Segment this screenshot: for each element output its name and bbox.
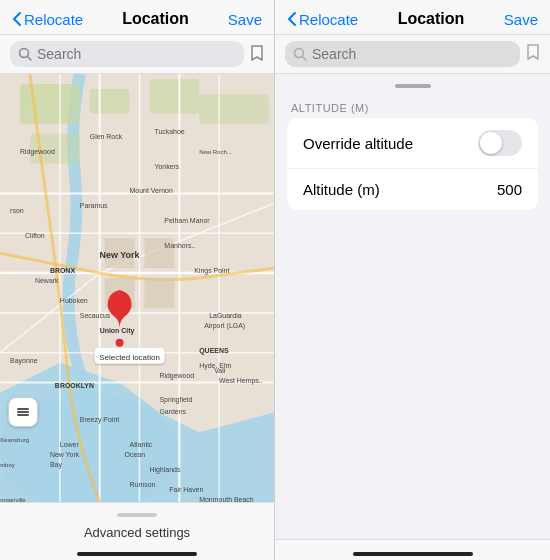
left-back-label: Relocate [24, 11, 83, 28]
svg-text:Hoboken: Hoboken [60, 297, 88, 304]
svg-text:Lower: Lower [60, 441, 80, 448]
left-search-input[interactable] [37, 46, 236, 62]
map-tools [8, 397, 38, 427]
svg-text:Bay: Bay [50, 461, 63, 469]
svg-text:West Hemps..: West Hemps.. [219, 377, 263, 385]
left-save-button[interactable]: Save [228, 11, 262, 28]
right-back-label: Relocate [299, 11, 358, 28]
bookmark-icon-right [526, 43, 540, 65]
right-nav-bar: Relocate Location Save [275, 0, 550, 35]
svg-rect-8 [199, 94, 269, 124]
svg-text:Gardens: Gardens [159, 408, 186, 415]
svg-text:BRONX: BRONX [50, 267, 75, 274]
right-nav-title: Location [398, 10, 465, 28]
altitude-value-row: Altitude (m) 500 [287, 169, 538, 210]
svg-text:Vali: Vali [214, 367, 226, 374]
svg-line-79 [303, 57, 307, 61]
map-svg: New York Newark Hoboken Ridgewood Glen R… [0, 74, 274, 502]
right-home-indicator [353, 552, 473, 556]
toggle-thumb [480, 132, 502, 154]
svg-rect-5 [20, 84, 80, 124]
left-search-inner [10, 41, 244, 67]
chevron-left-icon-right [287, 11, 297, 27]
left-nav-bar: Relocate Location Save [0, 0, 274, 35]
svg-text:Secaucus: Secaucus [80, 312, 111, 319]
svg-text:Union City: Union City [100, 327, 135, 335]
left-search-bar [0, 35, 274, 74]
svg-text:Mount Vernon: Mount Vernon [130, 187, 173, 194]
svg-text:Airport (LGA): Airport (LGA) [204, 322, 245, 330]
svg-text:rson: rson [10, 207, 24, 214]
override-altitude-row: Override altitude [287, 118, 538, 169]
right-bottom-bar [275, 539, 550, 560]
svg-text:Pelham Manor: Pelham Manor [164, 217, 210, 224]
svg-rect-75 [17, 408, 29, 410]
svg-point-72 [116, 339, 124, 347]
svg-text:Clifton: Clifton [25, 232, 45, 239]
search-icon-right [293, 47, 307, 61]
svg-text:Paramus: Paramus [80, 202, 108, 209]
svg-text:QUEENS: QUEENS [199, 347, 229, 355]
right-panel: Relocate Location Save ALTITUDE (M) [275, 0, 550, 560]
svg-text:BROOKLYN: BROOKLYN [55, 382, 94, 389]
svg-text:Keansburg: Keansburg [0, 437, 29, 443]
search-icon [18, 47, 32, 61]
right-search-inner [285, 41, 520, 67]
map-container[interactable]: New York Newark Hoboken Ridgewood Glen R… [0, 74, 274, 502]
advanced-settings-label[interactable]: Advanced settings [84, 525, 190, 540]
map-tool-button[interactable] [8, 397, 38, 427]
svg-text:New Roch...: New Roch... [199, 149, 232, 155]
svg-text:Ocean: Ocean [125, 451, 146, 458]
svg-text:Bayonne: Bayonne [10, 357, 38, 365]
left-back-button[interactable]: Relocate [12, 11, 83, 28]
altitude-value[interactable]: 500 [497, 181, 522, 198]
drag-handle-container [275, 74, 550, 94]
svg-rect-27 [144, 278, 174, 308]
altitude-section-header: ALTITUDE (M) [275, 94, 550, 118]
svg-text:Selected location: Selected location [99, 353, 160, 362]
svg-text:LaGuardia: LaGuardia [209, 312, 242, 319]
svg-text:Breezy Point: Breezy Point [80, 416, 119, 424]
svg-text:Tuckahoe: Tuckahoe [154, 128, 184, 135]
override-altitude-label: Override altitude [303, 135, 413, 152]
right-back-button[interactable]: Relocate [287, 11, 358, 28]
bookmark-icon [250, 44, 264, 65]
svg-rect-76 [17, 411, 29, 413]
layers-icon [16, 405, 30, 419]
right-search-input[interactable] [312, 46, 512, 62]
right-search-bar [275, 35, 550, 74]
svg-text:Ridgewood: Ridgewood [20, 148, 55, 156]
svg-text:Kings Point: Kings Point [194, 267, 229, 275]
svg-text:New York: New York [50, 451, 80, 458]
left-nav-title: Location [122, 10, 189, 28]
svg-text:mboy: mboy [0, 462, 15, 468]
svg-text:Springfield: Springfield [159, 396, 192, 404]
svg-text:Monmouth Beach: Monmouth Beach [199, 496, 254, 502]
svg-text:Rumson: Rumson [130, 481, 156, 488]
svg-text:Glen Rock: Glen Rock [90, 133, 123, 140]
bottom-drag-handle[interactable] [117, 513, 157, 517]
svg-text:Atlantic: Atlantic [130, 441, 153, 448]
svg-rect-77 [17, 414, 29, 416]
override-altitude-toggle[interactable] [478, 130, 522, 156]
svg-text:Highlands: Highlands [149, 466, 180, 474]
svg-text:organville: organville [0, 497, 26, 502]
left-bottom-bar: Advanced settings [0, 502, 274, 560]
altitude-settings-group: Override altitude Altitude (m) 500 [287, 118, 538, 210]
svg-text:Manhors..: Manhors.. [164, 242, 195, 249]
svg-rect-6 [90, 89, 130, 114]
svg-text:New York: New York [100, 250, 140, 260]
right-content: ALTITUDE (M) Override altitude Altitude … [275, 74, 550, 539]
svg-text:Fair Haven: Fair Haven [169, 486, 203, 493]
chevron-left-icon [12, 11, 22, 27]
svg-text:Newark: Newark [35, 277, 59, 284]
altitude-label: Altitude (m) [303, 181, 380, 198]
svg-text:Ridgewood: Ridgewood [159, 372, 194, 380]
svg-rect-7 [149, 79, 199, 114]
svg-text:Yonkers: Yonkers [154, 163, 179, 170]
drag-pill[interactable] [395, 84, 431, 88]
home-indicator [77, 552, 197, 556]
right-save-button[interactable]: Save [504, 11, 538, 28]
map-background: New York Newark Hoboken Ridgewood Glen R… [0, 74, 274, 502]
svg-line-1 [28, 57, 32, 61]
